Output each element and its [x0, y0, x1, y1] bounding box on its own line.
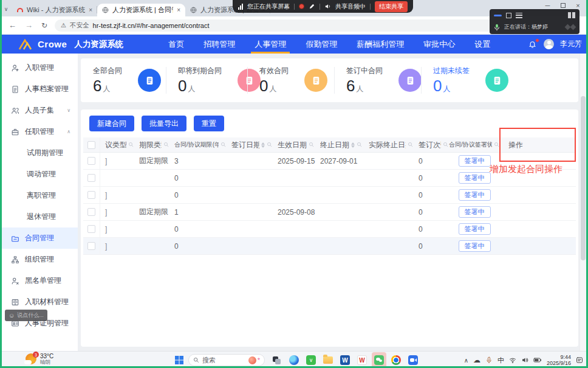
- browser-tab[interactable]: Wiki - 人力资源系统 - 中竞发×: [12, 4, 97, 16]
- taskbar-clock[interactable]: 9:44 2025/9/16: [547, 354, 571, 367]
- page-scrollbar[interactable]: [579, 54, 586, 351]
- tab-close-icon[interactable]: ×: [89, 7, 92, 13]
- brand-name: Crowe: [38, 39, 67, 49]
- weather-widget[interactable]: 3 33°C 晴朗: [26, 353, 53, 365]
- table-action-button[interactable]: 新建合同: [89, 116, 134, 131]
- sidebar-subitem[interactable]: 离职管理: [0, 185, 78, 206]
- table-row[interactable]: ]固定期限12025-09-080签署中: [83, 204, 576, 221]
- org-icon: [11, 255, 19, 264]
- nav-item[interactable]: 假勤管理: [296, 35, 347, 54]
- nav-item[interactable]: 审批中心: [414, 35, 465, 54]
- battery-icon[interactable]: [533, 357, 542, 363]
- table-header-cell[interactable]: 终止日期: [315, 137, 364, 152]
- sidebar-item[interactable]: 入职管理: [0, 57, 78, 78]
- nav-item[interactable]: 薪酬福利管理: [347, 35, 414, 54]
- sidebar-subitem[interactable]: 退休管理: [0, 206, 78, 227]
- sidebar-item[interactable]: 黑名单管理: [0, 270, 78, 291]
- signing-status-badge[interactable]: 签署中: [459, 223, 491, 234]
- sidebar-item[interactable]: 合同管理: [0, 227, 78, 249]
- column-search-icon[interactable]: [128, 142, 134, 148]
- row-checkbox[interactable]: [87, 157, 95, 165]
- volume-icon[interactable]: [521, 356, 528, 364]
- table-header-cell[interactable]: 合同/协议期限(年): [169, 137, 227, 152]
- column-search-icon[interactable]: [309, 142, 315, 148]
- row-checkbox[interactable]: [87, 242, 95, 250]
- sort-icon[interactable]: [261, 142, 265, 148]
- chat-input-overlay[interactable]: ☺ 说点什么...: [5, 310, 47, 321]
- sort-icon[interactable]: [351, 142, 355, 148]
- table-cell: 2025-09-15: [273, 153, 315, 169]
- column-search-icon[interactable]: [443, 142, 449, 148]
- notification-bell-icon[interactable]: [528, 40, 538, 49]
- table-header-cell[interactable]: 签订日期: [227, 137, 273, 152]
- nav-item[interactable]: 招聘管理: [194, 35, 245, 54]
- signing-status-badge[interactable]: 签署中: [459, 240, 491, 251]
- column-search-icon[interactable]: [163, 142, 169, 148]
- table-row[interactable]: ]00签署中: [83, 221, 576, 238]
- column-search-icon[interactable]: [408, 142, 414, 148]
- signing-status-badge[interactable]: 签署中: [459, 155, 491, 166]
- notification-center-icon[interactable]: [576, 356, 583, 364]
- browser-tab[interactable]: 人力资源系统 | 合同管理×: [97, 4, 185, 16]
- input-method-indicator[interactable]: 中: [497, 356, 504, 365]
- user-avatar[interactable]: [544, 39, 554, 49]
- column-search-icon[interactable]: [220, 142, 227, 148]
- row-checkbox[interactable]: [87, 191, 95, 199]
- sidebar-item[interactable]: 组织管理: [0, 249, 78, 270]
- tray-microphone-icon[interactable]: [485, 356, 493, 364]
- annotate-pen-icon[interactable]: [309, 3, 315, 10]
- overlay-window-icon[interactable]: [506, 13, 511, 18]
- tab-search-chevron-icon[interactable]: ∨: [0, 6, 12, 16]
- cloud-icon[interactable]: ☁: [473, 356, 480, 364]
- share-border-left: [0, 0, 2, 368]
- table-row[interactable]: ]00签署中: [83, 187, 576, 204]
- table-cell: [83, 187, 100, 203]
- tab-close-icon[interactable]: ×: [177, 7, 180, 13]
- row-checkbox[interactable]: [87, 225, 95, 233]
- table-header-cell[interactable]: 签订次数: [414, 137, 449, 152]
- tray-expand-icon[interactable]: ∧: [464, 357, 468, 364]
- sidebar-subitem[interactable]: 试用期管理: [0, 142, 78, 164]
- nav-item[interactable]: 首页: [159, 35, 194, 54]
- row-checkbox[interactable]: [87, 208, 95, 216]
- wifi-icon[interactable]: [509, 356, 516, 364]
- sidebar-item[interactable]: 人事档案管理: [0, 78, 78, 100]
- nav-item[interactable]: 设置: [465, 35, 500, 54]
- sparkle-icon: *: [258, 356, 260, 364]
- signing-status-badge[interactable]: 签署中: [459, 189, 491, 200]
- sidebar-subitem[interactable]: 调动管理: [0, 164, 78, 185]
- table-header-cell[interactable]: 生效日期: [273, 137, 315, 152]
- stop-sharing-button[interactable]: 结束共享: [375, 1, 408, 12]
- column-search-icon[interactable]: [357, 142, 363, 148]
- row-checkbox[interactable]: [87, 174, 95, 182]
- overlay-layout-icon[interactable]: [568, 12, 575, 18]
- table-action-button[interactable]: 批量导出: [142, 116, 186, 131]
- table-row[interactable]: ]00签署中: [83, 238, 576, 255]
- sidebar-item[interactable]: 任职管理∧: [0, 121, 78, 142]
- table-header-cell[interactable]: 议类型: [100, 137, 134, 152]
- table-header-cell[interactable]: 实际终止日期: [364, 137, 414, 152]
- taskbar-search-input[interactable]: 搜索 *: [188, 354, 265, 366]
- overlay-minimize-icon[interactable]: [494, 15, 502, 16]
- table-action-button[interactable]: 重置: [194, 116, 224, 131]
- stat-card: 过期未续签0人: [421, 58, 578, 102]
- scrollbar-thumb[interactable]: [581, 96, 586, 260]
- contract-doc-icon: [304, 69, 327, 92]
- table-header-cell[interactable]: 合同/协议签署状态: [449, 137, 500, 152]
- refresh-icon[interactable]: ↻: [41, 21, 47, 30]
- signing-status-badge[interactable]: 签署中: [459, 206, 491, 217]
- table-header-cell[interactable]: 期限类型: [134, 137, 169, 152]
- signing-status-badge[interactable]: 签署中: [459, 172, 491, 183]
- windows-start-icon[interactable]: [175, 356, 183, 364]
- back-icon[interactable]: ←: [9, 21, 16, 30]
- column-search-icon[interactable]: [267, 142, 273, 148]
- record-icon[interactable]: [299, 4, 304, 9]
- select-all-checkbox[interactable]: [87, 141, 95, 149]
- forward-icon[interactable]: →: [25, 21, 33, 30]
- tab-title: 人力资源系统 | 合同管理: [112, 5, 173, 15]
- sidebar-item-label: 任职管理: [25, 127, 54, 137]
- sidebar-item[interactable]: 人员子集∨: [0, 100, 78, 121]
- stat-card: 即将到期合同0人: [166, 58, 247, 102]
- overlay-list-icon[interactable]: [516, 13, 522, 18]
- nav-item[interactable]: 人事管理: [245, 35, 296, 54]
